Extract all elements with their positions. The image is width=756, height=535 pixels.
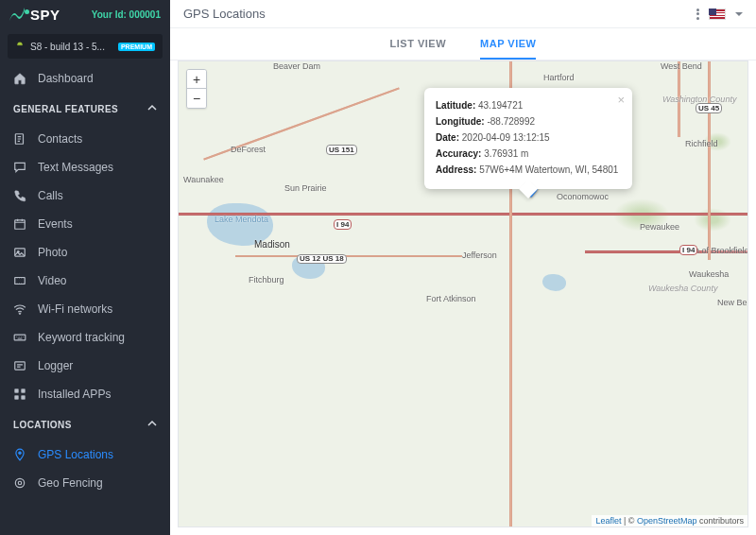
- brand-logo: SPY: [9, 7, 60, 23]
- logger-icon: [13, 359, 26, 372]
- popup-accuracy: 3.76931 m: [484, 148, 528, 159]
- map-attribution: Leaflet | © OpenStreetMap contributors: [592, 515, 747, 526]
- sidebar-item-text-messages[interactable]: Text Messages: [0, 153, 170, 181]
- map-container: Madison Columbus Beaver Dam Sun Prairie …: [170, 60, 756, 535]
- sidebar-item-video[interactable]: Video: [0, 267, 170, 295]
- wifi-icon: [13, 302, 26, 316]
- home-icon: [13, 72, 26, 85]
- user-id-label: Your Id: 000001: [92, 9, 161, 20]
- tab-map-view[interactable]: MAP VIEW: [480, 28, 536, 60]
- sidebar-item-logger[interactable]: Logger: [0, 352, 170, 380]
- zoom-control: + −: [186, 69, 207, 109]
- video-icon: [13, 274, 26, 287]
- sidebar: SPY Your Id: 000001 S8 - build 13 - 5...…: [0, 0, 170, 535]
- pin-icon: [13, 448, 26, 461]
- premium-badge: PREMIUM: [118, 43, 155, 51]
- brand-text: SPY: [30, 7, 60, 23]
- popup-address: 57W6+4M Watertown, WI, 54801: [479, 164, 618, 175]
- calendar-icon: [13, 217, 26, 231]
- sidebar-item-calls[interactable]: Calls: [0, 181, 170, 210]
- sidebar-item-installed-apps[interactable]: Installed APPs: [0, 380, 170, 408]
- svg-point-14: [18, 481, 22, 485]
- sidebar-item-geo-fencing[interactable]: Geo Fencing: [0, 469, 170, 497]
- leaflet-link[interactable]: Leaflet: [595, 516, 621, 526]
- svg-rect-7: [15, 362, 26, 370]
- page-title: GPS Locations: [183, 7, 266, 21]
- svg-rect-6: [14, 335, 26, 340]
- popup-longitude: -88.728992: [487, 116, 535, 127]
- language-dropdown-caret[interactable]: [735, 12, 743, 16]
- contacts-icon: [13, 132, 26, 146]
- topbar: GPS Locations: [170, 0, 756, 28]
- osm-link[interactable]: OpenStreetMap: [637, 516, 697, 526]
- svg-rect-9: [22, 389, 26, 393]
- sidebar-item-gps-locations[interactable]: GPS Locations: [0, 440, 170, 469]
- keyboard-icon: [13, 331, 26, 344]
- section-locations[interactable]: LOCATIONS: [0, 408, 170, 440]
- section-general-features[interactable]: GENERAL FEATURES: [0, 93, 170, 125]
- zoom-out-button[interactable]: −: [187, 89, 206, 108]
- dashboard-label: Dashboard: [38, 72, 94, 85]
- device-name: S8 - build 13 - 5...: [30, 42, 105, 52]
- svg-point-12: [19, 452, 22, 455]
- map[interactable]: Madison Columbus Beaver Dam Sun Prairie …: [178, 60, 748, 527]
- popup-close-button[interactable]: ×: [617, 94, 625, 106]
- sidebar-item-photo[interactable]: Photo: [0, 238, 170, 267]
- topbar-actions: [696, 9, 743, 20]
- zoom-in-button[interactable]: +: [187, 70, 206, 89]
- chevron-up-icon: [147, 419, 157, 430]
- android-icon: [15, 42, 25, 51]
- view-tabs: LIST VIEW MAP VIEW: [170, 28, 756, 60]
- svg-rect-11: [22, 396, 26, 400]
- message-icon: [13, 161, 26, 174]
- sidebar-item-keyword-tracking[interactable]: Keyword tracking: [0, 323, 170, 352]
- device-selector[interactable]: S8 - build 13 - 5... PREMIUM: [8, 34, 163, 59]
- tab-list-view[interactable]: LIST VIEW: [390, 28, 447, 60]
- flag-us-icon[interactable]: [709, 9, 726, 20]
- chevron-up-icon: [147, 103, 157, 114]
- brand-row: SPY Your Id: 000001: [0, 0, 170, 28]
- sidebar-item-dashboard[interactable]: Dashboard: [0, 64, 170, 93]
- location-popup: × Latitude: 43.194721 Longitude: -88.728…: [424, 88, 632, 189]
- svg-rect-8: [15, 389, 19, 393]
- sidebar-item-contacts[interactable]: Contacts: [0, 125, 170, 153]
- sidebar-item-events[interactable]: Events: [0, 210, 170, 238]
- svg-rect-1: [15, 220, 26, 229]
- more-menu-button[interactable]: [696, 9, 699, 20]
- svg-rect-10: [15, 396, 19, 400]
- phone-icon: [13, 189, 26, 202]
- sidebar-item-wifi[interactable]: Wi-Fi networks: [0, 295, 170, 323]
- popup-date: 2020-04-09 13:12:15: [462, 132, 550, 143]
- main-content: GPS Locations LIST VIEW MAP VIEW: [170, 0, 756, 535]
- apps-grid-icon: [13, 388, 26, 401]
- svg-rect-4: [15, 278, 26, 285]
- target-icon: [13, 476, 26, 490]
- photo-icon: [13, 246, 26, 259]
- svg-point-13: [15, 478, 24, 487]
- svg-point-5: [19, 313, 21, 315]
- popup-latitude: 43.194721: [478, 100, 523, 111]
- sidebar-nav: Dashboard GENERAL FEATURES Contacts Text…: [0, 64, 170, 535]
